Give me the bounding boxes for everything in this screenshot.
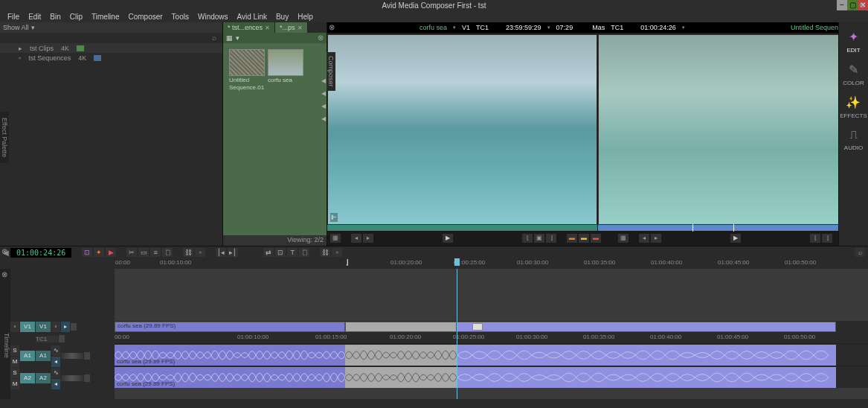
text-button[interactable]: T [287, 248, 298, 257]
goto-end-button[interactable]: ▸⎮ [228, 248, 238, 257]
waveform-button[interactable]: ∿ [51, 345, 60, 356]
view-grid-icon[interactable]: ▦ [226, 34, 234, 42]
workspace-edit-tab[interactable]: ✦ EDIT [846, 30, 860, 54]
segment-button[interactable]: ▭ [138, 248, 149, 257]
trim-button[interactable]: ⎕ [162, 248, 173, 257]
clip-thumbnail[interactable]: Untitled Sequence.01 [229, 49, 265, 91]
track-a1-rec-button[interactable]: A1 [36, 351, 51, 361]
menu-buy[interactable]: Buy [272, 13, 292, 21]
menu-avid-link[interactable]: Avid Link [234, 13, 271, 21]
track-monitor-button[interactable]: ▫ [10, 322, 19, 332]
video-clip-selected[interactable] [345, 322, 457, 332]
track-lock-icon[interactable] [84, 374, 90, 382]
track-a2-rec-button[interactable]: A2 [36, 373, 51, 383]
tool-button[interactable]: ▶ [106, 248, 116, 257]
step-fwd-button[interactable]: ▸ [363, 234, 373, 243]
timeline-ruler[interactable]: 00:00 01:00:10:00 ⌋ 01:00:20:00 01:00:25… [115, 258, 868, 269]
chevron-left-icon[interactable]: ◀ [321, 115, 868, 122]
tool-button[interactable]: ▫ [332, 248, 342, 257]
mute-button[interactable]: M [10, 357, 19, 367]
tc-track-label[interactable]: TC1 [36, 336, 58, 342]
workspace-audio-tab[interactable]: ⎍ AUDIO [844, 128, 863, 151]
record-monitor[interactable] [598, 34, 868, 225]
panel-close-icon[interactable]: ⊗ [859, 1, 865, 9]
menu-clip[interactable]: Clip [66, 13, 86, 21]
track-v1-src-button[interactable]: V1 [20, 322, 35, 332]
menu-windows[interactable]: Windows [194, 13, 232, 21]
audio-clip[interactable] [457, 367, 836, 388]
bin-tab-sequences[interactable]: * tst...ences ✕ [223, 22, 275, 33]
tool-button[interactable]: ⊡ [82, 248, 92, 257]
grid-button[interactable]: ▦ [618, 234, 629, 243]
audio-track-a2[interactable]: corfu sea (29.89 FPS) [115, 366, 868, 388]
timeline-tracks[interactable]: corfu sea (29.89 FPS) 00:00 01:00:10:00 … [115, 269, 868, 399]
track-monitor-icon[interactable]: ▫ [51, 322, 60, 332]
tool-button[interactable]: ▫ [195, 248, 205, 257]
menu-tools[interactable]: Tools [168, 13, 193, 21]
master-timecode[interactable]: 01:00:24:26 [10, 248, 71, 258]
audio-clip[interactable] [457, 345, 836, 366]
video-clip[interactable] [457, 322, 836, 332]
monitor-mode-icon[interactable]: ⊩ [330, 213, 338, 222]
dropdown-icon[interactable]: ▾ [682, 25, 685, 31]
goto-start-button[interactable]: ⎮◂ [216, 248, 226, 257]
chevron-left-icon[interactable]: ◀ [321, 103, 868, 109]
source-clip-name[interactable]: corfu sea [419, 24, 447, 31]
clip-thumbnail[interactable]: corfu sea [268, 49, 303, 83]
sort-icon[interactable]: ▾ [236, 34, 243, 42]
volume-slider[interactable] [61, 353, 83, 359]
grid-button[interactable]: ▦ [330, 234, 341, 243]
video-track[interactable]: corfu sea (29.89 FPS) [115, 321, 868, 333]
play-button[interactable]: ▶ [730, 234, 741, 243]
mute-button[interactable]: M [10, 379, 19, 389]
tab-close-icon[interactable]: ✕ [265, 25, 270, 31]
tool-button[interactable]: ⎕ [299, 248, 309, 257]
step-back-button[interactable]: ◂ [351, 234, 361, 243]
audio-track-a1[interactable]: corfu sea (29.89 FPS) [115, 343, 868, 366]
menu-edit[interactable]: Edit [25, 13, 45, 21]
mark-out-button[interactable]: ⌋ [546, 234, 556, 243]
solo-button[interactable]: S [10, 345, 19, 356]
audio-clip[interactable]: corfu sea (29.89 FPS) [115, 367, 345, 388]
tool-button[interactable]: ⊡ [275, 248, 286, 257]
menu-composer[interactable]: Composer [124, 13, 166, 21]
extract-button[interactable]: ▬ [567, 234, 577, 243]
track-a2-src-button[interactable]: A2 [20, 373, 35, 383]
track-lock-icon[interactable] [59, 335, 65, 342]
source-scrub-bar[interactable] [327, 225, 597, 231]
chevron-left-icon[interactable]: ◀ [321, 90, 868, 97]
step-fwd-button[interactable]: ▸ [651, 234, 661, 243]
link-button[interactable]: ⛓ [183, 248, 193, 257]
bin-close-icon[interactable]: ⊗ [318, 34, 324, 42]
mark-clip-button[interactable]: ▣ [534, 234, 544, 243]
mark-out-button[interactable]: ⌋ [822, 234, 832, 243]
minimize-button[interactable]: − [837, 0, 847, 10]
showall-dropdown[interactable]: Show All ▾ [3, 24, 35, 31]
source-monitor[interactable]: ⊩ [327, 34, 597, 225]
menu-help[interactable]: Help [294, 13, 317, 21]
track-lock-icon[interactable] [71, 323, 77, 331]
workspace-effects-tab[interactable]: ✨ EFFECTS [840, 95, 867, 119]
bin-tab-clips[interactable]: *...ps ✕ [275, 22, 308, 33]
search-bar[interactable]: ⌕ [0, 33, 222, 43]
track-a1-src-button[interactable]: A1 [20, 351, 35, 361]
tab-close-icon[interactable]: ✕ [298, 25, 303, 31]
timeline-close-icon[interactable]: ⊗ [1, 247, 7, 255]
tool-button[interactable]: ⇄ [263, 248, 274, 257]
dropdown-icon[interactable]: ▾ [547, 25, 550, 31]
tool-button[interactable]: ✦ [94, 248, 104, 257]
step-back-button[interactable]: ◂ [639, 234, 649, 243]
timeline-tab[interactable]: Timeline [0, 269, 10, 399]
bin-row-clips[interactable]: ▸ tst Clips 4K [0, 43, 222, 53]
list-button[interactable]: ≡ [150, 248, 161, 257]
effect-palette-tab[interactable]: Effect Palette [0, 112, 9, 163]
chevron-left-icon[interactable]: ◀ [321, 77, 868, 84]
menu-bin[interactable]: Bin [46, 13, 64, 21]
track-expand-button[interactable]: ◂ [51, 379, 60, 389]
timeline-close-icon[interactable]: ⊗ [1, 270, 7, 278]
video-clip[interactable]: corfu sea (29.89 FPS) [115, 322, 345, 332]
search-button[interactable]: ⌕ [855, 248, 865, 257]
playhead[interactable] [457, 269, 457, 399]
maximize-button[interactable]: ▢ [847, 0, 858, 10]
audio-clip-selected[interactable] [345, 367, 457, 388]
